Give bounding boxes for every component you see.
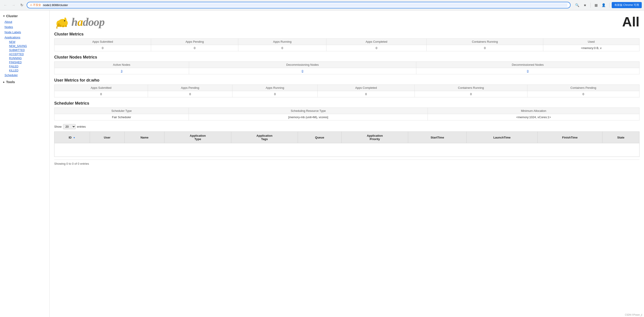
main-layout: ▼ Cluster About Nodes Node Labels Applic… — [0, 10, 644, 317]
cluster-nodes-title: Cluster Nodes Metrics — [54, 55, 640, 60]
cm-val-used: <memory:0 B, v — [543, 45, 639, 51]
svg-point-9 — [60, 27, 61, 27]
cm-header-containers: Containers Running — [427, 39, 543, 45]
scheduler-metrics-table: Scheduler Type Scheduling Resource Type … — [54, 108, 640, 120]
sm-header-min-alloc: Minimum Allocation — [428, 108, 640, 114]
col-app-type[interactable]: ApplicationType — [164, 132, 231, 143]
um-header-containers-running: Containers Running — [414, 85, 527, 91]
hadoop-elephant-icon — [54, 15, 70, 29]
svg-point-12 — [64, 27, 64, 27]
tools-arrow-icon: ► — [3, 81, 5, 83]
col-user[interactable]: User — [90, 132, 124, 143]
svg-point-4 — [64, 20, 65, 21]
sidebar-cluster-section: ▼ Cluster About Nodes Node Labels Applic… — [0, 13, 50, 78]
col-id[interactable]: ID ▼ — [54, 132, 90, 143]
sidebar-item-running[interactable]: RUNNING — [9, 56, 50, 60]
um-val-running: 0 — [232, 91, 318, 98]
col-state[interactable]: State — [602, 132, 639, 143]
svg-point-11 — [63, 27, 64, 27]
um-val-containers-pending: 0 — [527, 91, 639, 98]
search-icon-btn[interactable]: 🔍 — [574, 2, 580, 8]
sm-val-type: Fair Scheduler — [54, 114, 189, 120]
cluster-nodes-table: Active Nodes Decommissioning Nodes Decom… — [54, 62, 640, 74]
tools-toggle[interactable]: ► Tools — [0, 79, 50, 85]
um-val-pending: 0 — [148, 91, 232, 98]
um-header-completed: Apps Completed — [318, 85, 415, 91]
cm-val-submitted: 0 — [54, 45, 151, 51]
profile-icon-btn[interactable]: 👤 — [601, 2, 607, 8]
address-bar: ⚠ 不安全 — [27, 2, 570, 8]
cn-val-decommissioning: 0 — [189, 68, 416, 74]
chrome-update-button[interactable]: 有新版 Chrome 可用 — [612, 2, 642, 8]
cn-header-decommissioning: Decommissioning Nodes — [189, 62, 416, 68]
sidebar-item-nodelabels[interactable]: Node Labels — [0, 30, 50, 35]
sm-val-resource-type: [memory-mb (unit=Mi), vcores] — [189, 114, 428, 120]
sidebar-item-failed[interactable]: FAILED — [9, 64, 50, 68]
cm-header-completed: Apps Completed — [326, 39, 426, 45]
sidebar-applications-section: Applications NEW NEW_SAVING SUBMITTED AC… — [0, 35, 50, 72]
empty-row — [54, 143, 640, 157]
col-queue[interactable]: Queue — [298, 132, 341, 143]
sidebar: ▼ Cluster About Nodes Node Labels Applic… — [0, 10, 50, 317]
sidebar-item-new[interactable]: NEW — [9, 40, 50, 44]
tools-label: Tools — [6, 80, 15, 84]
svg-point-14 — [66, 27, 67, 27]
sidebar-item-about[interactable]: About — [0, 19, 50, 24]
bookmark-icon-btn[interactable]: ★ — [582, 2, 588, 8]
user-metrics-title: User Metrics for dr.who — [54, 78, 640, 83]
extensions-icon-btn[interactable]: ▦ — [593, 2, 599, 8]
show-label: Show — [54, 125, 62, 128]
hadoop-logo-text: hadoop — [72, 15, 104, 28]
cluster-toggle[interactable]: ▼ Cluster — [0, 13, 50, 19]
sidebar-item-submitted[interactable]: SUBMITTED — [9, 48, 50, 52]
cn-val-active: 3 — [54, 68, 189, 74]
sidebar-item-killed[interactable]: KILLED — [9, 68, 50, 72]
col-app-priority[interactable]: ApplicationPriority — [342, 132, 408, 143]
divider — [590, 3, 591, 8]
cn-header-decommissioned: Decommissioned Nodes — [416, 62, 639, 68]
top-bar: hadoop All — [54, 14, 640, 30]
sidebar-nav: About Nodes Node Labels Applications NEW… — [0, 19, 50, 78]
forward-button[interactable]: → — [10, 2, 17, 8]
sidebar-item-new-saving[interactable]: NEW_SAVING — [9, 44, 50, 48]
sidebar-item-finished[interactable]: FINISHED — [9, 60, 50, 64]
browser-chrome: ← → ↻ ⚠ 不安全 🔍 ★ ▦ 👤 有新版 Chrome 可用 — [0, 0, 644, 10]
back-button[interactable]: ← — [2, 2, 8, 8]
cm-header-pending: Apps Pending — [151, 39, 238, 45]
show-entries-control: Show 10 20 50 100 entries — [54, 124, 640, 129]
sidebar-item-nodes[interactable]: Nodes — [0, 24, 50, 30]
cluster-metrics-table: Apps Submitted Apps Pending Apps Running… — [54, 38, 640, 51]
svg-point-10 — [61, 27, 62, 27]
security-warning: ⚠ 不安全 — [30, 3, 41, 7]
entries-select[interactable]: 10 20 50 100 — [63, 124, 76, 129]
footer-note: CSDN ©Power_jl — [625, 314, 642, 316]
col-name[interactable]: Name — [124, 132, 164, 143]
um-val-containers-running: 0 — [414, 91, 527, 98]
sidebar-item-applications[interactable]: Applications — [4, 35, 50, 40]
col-launch-time[interactable]: LaunchTime — [466, 132, 538, 143]
sidebar-item-accepted[interactable]: ACCEPTED — [9, 52, 50, 56]
col-app-tags[interactable]: ApplicationTags — [231, 132, 298, 143]
divider2 — [609, 3, 610, 8]
um-val-submitted: 0 — [54, 91, 148, 98]
col-start-time[interactable]: StartTime — [408, 132, 466, 143]
cluster-label: Cluster — [6, 14, 18, 18]
top-right-title: All — [622, 14, 640, 30]
hadoop-logo: hadoop — [54, 15, 104, 29]
sidebar-app-subitems: NEW NEW_SAVING SUBMITTED ACCEPTED RUNNIN… — [4, 40, 50, 72]
cn-val-decommissioned: 0 — [416, 68, 639, 74]
sm-val-min-alloc: <memory:1024, vCores:1> — [428, 114, 640, 120]
sidebar-item-scheduler[interactable]: Scheduler — [0, 72, 50, 78]
um-header-running: Apps Running — [232, 85, 318, 91]
browser-icon-group: 🔍 ★ ▦ 👤 有新版 Chrome 可用 — [574, 2, 642, 8]
um-header-pending: Apps Pending — [148, 85, 232, 91]
scheduler-metrics-title: Scheduler Metrics — [54, 101, 640, 106]
col-finish-time[interactable]: FinishTime — [538, 132, 602, 143]
id-sort-icon: ▼ — [73, 136, 76, 139]
cm-header-submitted: Apps Submitted — [54, 39, 151, 45]
url-input[interactable] — [42, 3, 567, 7]
reload-button[interactable]: ↻ — [18, 2, 25, 8]
um-val-completed: 0 — [318, 91, 415, 98]
um-header-submitted: Apps Submitted — [54, 85, 148, 91]
cm-header-used: Used — [543, 39, 639, 45]
